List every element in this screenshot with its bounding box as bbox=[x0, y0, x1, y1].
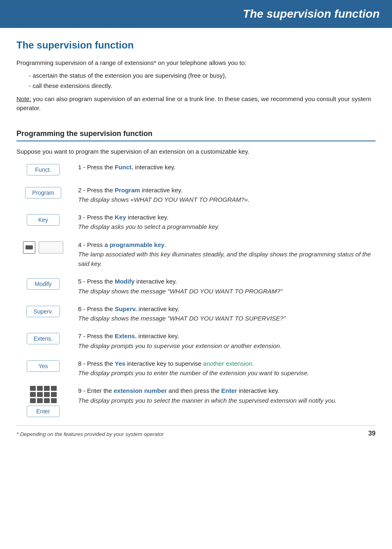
step2-highlight: Program bbox=[115, 187, 140, 194]
step-key-6: Superv. bbox=[16, 304, 70, 319]
kc2 bbox=[37, 386, 43, 391]
step-key-3: Key bbox=[16, 212, 70, 227]
kc5 bbox=[30, 392, 36, 397]
kc1 bbox=[30, 386, 36, 391]
page-number: 39 bbox=[368, 430, 376, 437]
kc4 bbox=[51, 386, 57, 391]
step-row-8: Yes 8 - Press the Yes interactive key to… bbox=[16, 359, 376, 378]
page-content: The supervision function Programming sup… bbox=[0, 28, 392, 450]
section-heading: Programming the supervision function bbox=[16, 129, 376, 141]
program-button[interactable]: Program bbox=[25, 187, 61, 198]
funct-button[interactable]: Funct. bbox=[27, 164, 60, 175]
step4-italic: The lamp associated with this key illumi… bbox=[78, 251, 371, 267]
step2-italic: The display shows «WHAT DO YOU WANT TO P… bbox=[78, 196, 249, 203]
step-row-9: Enter 9 - Enter the extension number and… bbox=[16, 386, 376, 417]
key-blank-rect bbox=[39, 241, 63, 254]
step8-highlight: Yes bbox=[115, 360, 125, 367]
step3-prefix: 3 - Press the bbox=[78, 214, 115, 221]
step-key-5: Modify bbox=[16, 277, 70, 291]
note-body: you can also program supervision of an e… bbox=[16, 95, 371, 112]
superv-button[interactable]: Superv. bbox=[26, 306, 60, 317]
footer-note: * Depending on the features provided by … bbox=[16, 431, 164, 437]
step-key-4 bbox=[16, 240, 70, 255]
step6-suffix: interactive key. bbox=[137, 305, 179, 312]
note-label: Note: bbox=[16, 95, 31, 102]
step-row-1: Funct. 1 - Press the Funct. interactive … bbox=[16, 162, 376, 177]
step7-prefix: 7 - Press the bbox=[78, 332, 115, 339]
key-square-icon bbox=[23, 241, 35, 254]
kc9 bbox=[30, 398, 36, 403]
step4-suffix: . bbox=[164, 241, 166, 248]
step8-prefix: 8 - Press the bbox=[78, 360, 115, 367]
note-paragraph: Note: you can also program supervision o… bbox=[16, 95, 376, 113]
page-title: The supervision function bbox=[16, 39, 376, 51]
step2-suffix: interactive key. bbox=[140, 187, 182, 194]
kc11 bbox=[44, 398, 50, 403]
step9-highlight2: Enter bbox=[221, 387, 237, 394]
step5-prefix: 5 - Press the bbox=[78, 278, 115, 285]
step-row-4: 4 - Press a programmable key. The lamp a… bbox=[16, 240, 376, 269]
header-title: The supervision function bbox=[82, 7, 380, 21]
step1-suffix: interactive key. bbox=[133, 164, 175, 171]
step-desc-6: 6 - Press the Superv. interactive key. T… bbox=[78, 304, 376, 323]
step-key-9: Enter bbox=[16, 386, 70, 417]
step9-middle: and then press the bbox=[167, 387, 221, 394]
step9-highlight1: extension number bbox=[114, 387, 167, 394]
programmable-key-icon bbox=[23, 241, 63, 254]
step1-prefix: 1 - Press the bbox=[78, 164, 115, 171]
step-row-3: Key 3 - Press the Key interactive key. T… bbox=[16, 212, 376, 232]
key-square-inner bbox=[25, 245, 33, 249]
keypad-grid-icon bbox=[30, 386, 57, 403]
step-desc-8: 8 - Press the Yes interactive key to sup… bbox=[78, 359, 376, 378]
step-row-2: Program 2 - Press the Program interactiv… bbox=[16, 185, 376, 205]
kc10 bbox=[37, 398, 43, 403]
step4-prefix: 4 - Press a bbox=[78, 241, 110, 248]
step9-italic: The display prompts you to select the ma… bbox=[78, 397, 337, 404]
step7-suffix: interactive key. bbox=[137, 332, 179, 339]
step-row-5: Modify 5 - Press the Modify interactive … bbox=[16, 277, 376, 296]
step-row-7: Extens. 7 - Press the Extens. interactiv… bbox=[16, 331, 376, 351]
yes-button[interactable]: Yes bbox=[27, 360, 60, 372]
step-desc-5: 5 - Press the Modify interactive key. Th… bbox=[78, 277, 376, 296]
intro-line1: Programming supervision of a range of ex… bbox=[16, 58, 376, 68]
kc6 bbox=[37, 392, 43, 397]
kc8 bbox=[51, 392, 57, 397]
step-row-6: Superv. 6 - Press the Superv. interactiv… bbox=[16, 304, 376, 323]
keypad-enter-icon: Enter bbox=[27, 386, 60, 417]
kc12 bbox=[51, 398, 57, 403]
step5-italic: The display shows the message "WHAT DO Y… bbox=[78, 288, 282, 295]
step6-italic: The display shows the message "WHAT DO Y… bbox=[78, 315, 286, 322]
step-desc-4: 4 - Press a programmable key. The lamp a… bbox=[78, 240, 376, 269]
enter-button[interactable]: Enter bbox=[27, 406, 60, 417]
step-desc-1: 1 - Press the Funct. interactive key. bbox=[78, 162, 376, 172]
step7-italic: The display prompts you to supervise you… bbox=[78, 342, 281, 349]
step-key-1: Funct. bbox=[16, 162, 70, 177]
step3-suffix: interactive key. bbox=[126, 214, 168, 221]
step-key-2: Program bbox=[16, 185, 70, 200]
step8-middle: interactive key to supervise bbox=[125, 360, 203, 367]
step5-highlight: Modify bbox=[115, 278, 134, 285]
step-desc-2: 2 - Press the Program interactive key. T… bbox=[78, 185, 376, 205]
step-key-8: Yes bbox=[16, 359, 70, 374]
modify-button[interactable]: Modify bbox=[27, 278, 60, 290]
step8-italic: The display prompts you to enter the num… bbox=[78, 369, 309, 376]
intro-bullet-1: - ascertain the status of the extension … bbox=[29, 70, 376, 81]
step-desc-3: 3 - Press the Key interactive key. The d… bbox=[78, 212, 376, 232]
step4-highlight: programmable key bbox=[110, 241, 164, 248]
step1-highlight: Funct. bbox=[115, 164, 133, 171]
header-banner: The supervision function bbox=[0, 0, 392, 28]
step9-prefix: 9 - Enter the bbox=[78, 387, 114, 394]
intro-bullet-2: - call these extensions directly. bbox=[29, 81, 376, 91]
step-desc-7: 7 - Press the Extens. interactive key. T… bbox=[78, 331, 376, 351]
intro-list: - ascertain the status of the extension … bbox=[29, 70, 376, 91]
key-button[interactable]: Key bbox=[27, 214, 60, 226]
step3-italic: The display asks you to select a program… bbox=[78, 223, 219, 230]
step2-prefix: 2 - Press the bbox=[78, 187, 115, 194]
section-intro: Suppose you want to program the supervis… bbox=[16, 148, 376, 155]
steps-container: Funct. 1 - Press the Funct. interactive … bbox=[16, 162, 376, 418]
footer: * Depending on the features provided by … bbox=[16, 425, 376, 437]
step3-highlight: Key bbox=[115, 214, 126, 221]
step9-suffix: interactive key. bbox=[237, 387, 279, 394]
extens-button[interactable]: Extens. bbox=[27, 333, 60, 344]
step5-suffix: interactive key. bbox=[135, 278, 177, 285]
